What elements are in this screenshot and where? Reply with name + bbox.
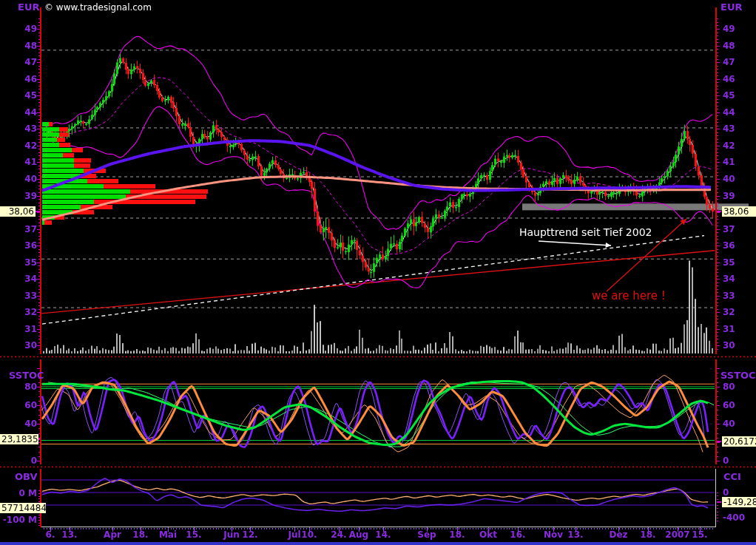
date-tick-label: 13.	[567, 529, 583, 540]
price-tick-label: 32	[723, 307, 735, 317]
date-tick-label: 13.	[61, 529, 77, 540]
sstoc-value-marker-right: 20,6172	[722, 436, 756, 447]
cci-panel-label: CCI	[723, 471, 741, 482]
price-tick-label: 46	[723, 74, 735, 84]
annotation-we-are-here: we are here !	[592, 289, 666, 302]
price-tick-label: 49	[723, 24, 735, 34]
annotation-haupttrend: Haupttrend seit Tief 2002	[519, 226, 652, 238]
sstoc-tick-label: 40	[0, 419, 37, 429]
price-tick-label: 39	[723, 191, 735, 201]
right-axis-currency-label: EUR	[720, 1, 742, 13]
price-tick-label: 33	[723, 291, 735, 301]
obv-panel-label: OBV	[15, 471, 38, 482]
sstoc-tick-label: 0	[723, 456, 729, 466]
price-tick-label: 40	[723, 174, 735, 184]
price-tick-label: 44	[723, 107, 735, 118]
date-tick-label: Jul	[288, 529, 300, 540]
sstoc-right-panel-label: SSTOC	[720, 370, 756, 381]
sstoc-tick-label: 40	[723, 419, 735, 429]
sstoc-tick-label: 80	[0, 382, 37, 392]
cci-value-marker: -149,286	[722, 497, 756, 507]
price-tick-label: 42	[723, 141, 735, 151]
price-tick-label: 37	[723, 224, 735, 234]
date-tick-label: 16.	[510, 529, 525, 540]
date-tick-label: 18.	[132, 529, 148, 540]
last-price-marker-left: 38,06	[0, 206, 36, 217]
date-tick-label: 18.	[449, 529, 465, 540]
price-tick-label: 37	[0, 224, 37, 234]
price-tick-label: 47	[0, 57, 37, 67]
price-tick-label: 35	[0, 257, 37, 268]
price-tick-label: 32	[0, 307, 37, 317]
price-tick-label: 48	[0, 41, 37, 51]
sstoc-tick-label: 80	[723, 382, 735, 392]
price-tick-label: 33	[0, 291, 37, 301]
sstoc-tick-label: 0	[0, 456, 37, 466]
date-tick-label: 15.	[692, 529, 707, 540]
price-tick-label: 42	[0, 141, 37, 151]
price-tick-label: 41	[0, 157, 37, 167]
price-tick-label: 45	[0, 90, 37, 101]
date-tick-label: Apr	[104, 529, 121, 540]
price-tick-label: 47	[723, 57, 735, 67]
copyright-watermark: © www.tradesignal.com	[44, 2, 152, 13]
price-tick-label: 43	[0, 123, 37, 134]
date-tick-label: Nov	[544, 529, 563, 540]
price-tick-label: 45	[723, 90, 735, 101]
date-tick-label: 10.	[301, 529, 317, 540]
price-tick-label: 48	[723, 41, 735, 51]
left-axis-currency-label: EUR	[18, 1, 39, 13]
date-tick-label: 2007	[665, 529, 689, 540]
date-tick-label: Aug	[349, 529, 368, 540]
date-tick-label: 24.	[331, 529, 346, 540]
price-tick-label: 36	[723, 240, 735, 251]
date-tick-label: 6.	[46, 529, 55, 540]
date-tick-label: 15.	[186, 529, 201, 540]
obv-tick-label: -100 M	[0, 515, 37, 525]
price-tick-label: 46	[0, 74, 37, 84]
price-tick-label: 31	[723, 324, 735, 334]
price-tick-label: 30	[0, 340, 37, 351]
date-tick-label: Mai	[159, 529, 177, 540]
obv-value-marker: 57714484	[0, 503, 46, 513]
date-tick-label: Jun	[223, 529, 240, 540]
tradesignal-chart-window[interactable]: © www.tradesignal.com EUR EUR SSTOC SSTO…	[0, 0, 756, 545]
price-tick-label: 34	[723, 274, 735, 284]
date-tick-label: 18.	[640, 529, 655, 540]
cci-tick-label: -400	[723, 512, 745, 523]
price-tick-label: 31	[0, 324, 37, 334]
chart-canvas	[0, 0, 756, 545]
price-tick-label: 39	[0, 191, 37, 201]
obv-tick-label: 0 M	[0, 488, 37, 498]
last-price-marker-right: 38,06	[722, 206, 756, 217]
date-tick-label: Sep	[417, 529, 436, 540]
price-tick-label: 40	[0, 174, 37, 184]
sstoc-left-panel-label: SSTOC	[9, 370, 44, 381]
cci-tick-label: 0	[723, 487, 729, 498]
price-tick-label: 43	[723, 123, 735, 134]
price-tick-label: 30	[723, 340, 735, 351]
date-tick-label: Dez	[609, 529, 627, 540]
date-tick-label: Okt	[479, 529, 497, 540]
price-tick-label: 44	[0, 107, 37, 118]
price-tick-label: 36	[0, 240, 37, 251]
date-tick-label: 12.	[242, 529, 257, 540]
price-tick-label: 49	[0, 24, 37, 34]
price-tick-label: 35	[723, 257, 735, 268]
sstoc-value-marker-left: 23,1835	[0, 434, 38, 444]
price-tick-label: 34	[0, 274, 37, 284]
sstoc-tick-label: 60	[0, 400, 37, 410]
price-tick-label: 41	[723, 157, 735, 167]
date-tick-label: 14.	[375, 529, 391, 540]
sstoc-tick-label: 60	[723, 400, 735, 410]
